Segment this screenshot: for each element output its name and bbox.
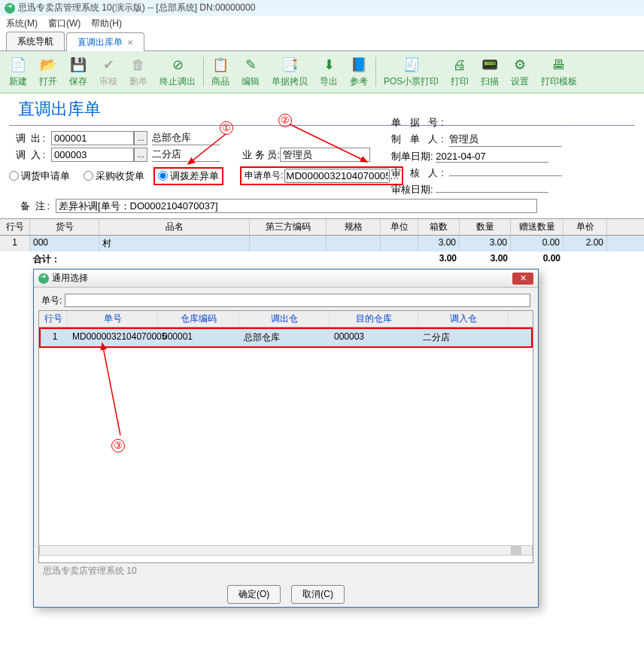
ref-icon: 📘 xyxy=(350,56,368,74)
dialog-title: 通用选择 xyxy=(52,272,88,285)
maker-value: 管理员 xyxy=(449,133,562,147)
menu-help[interactable]: 帮助(H) xyxy=(91,17,122,30)
date-label: 制单日期: xyxy=(391,151,433,162)
toolbar: 📄新建 📂打开 💾保存 ✔审核 🗑删单 ⊘终止调出 📋商品 ✎编辑 📑单据拷贝 … xyxy=(0,51,644,93)
tool-settings[interactable]: ⚙设置 xyxy=(505,54,535,90)
right-info: 单 据 号: 制 单 人: 管理员 制单日期: 2021-04-07 审 核 人… xyxy=(391,113,562,200)
radio-diff[interactable]: 调拨差异单 xyxy=(158,169,219,183)
tab-current[interactable]: 直调出库单 xyxy=(66,32,144,51)
dialog-cancel-button[interactable]: 取消(C) xyxy=(291,585,345,604)
scan-icon: 📟 xyxy=(481,56,499,74)
tool-edit[interactable]: ✎编辑 xyxy=(235,54,266,90)
tab-nav[interactable]: 系统导航 xyxy=(6,32,65,50)
export-icon: ⬇ xyxy=(320,56,338,74)
out-lookup-button[interactable]: … xyxy=(134,131,147,145)
biz-label: 业 务 员: xyxy=(242,148,280,162)
menu-system[interactable]: 系统(M) xyxy=(6,17,38,30)
window-title: 思迅专卖店管理系统 10(演示版) -- [总部系统] DN:00000000 xyxy=(18,2,255,14)
edit-icon: ✎ xyxy=(242,56,260,74)
tool-export[interactable]: ⬇导出 xyxy=(314,54,344,90)
dialog-list-header: 行号 单号 仓库编码 调出仓 目的仓库 调入仓 xyxy=(39,311,533,328)
out-name: 总部仓库 xyxy=(152,131,220,145)
dialog-search-label: 单号: xyxy=(41,294,62,307)
template-icon: 🖶 xyxy=(550,56,568,74)
in-label: 调 入: xyxy=(9,148,47,162)
doc-no-label: 单 据 号: xyxy=(391,117,447,128)
apply-input[interactable] xyxy=(284,169,390,183)
remark-input[interactable] xyxy=(56,199,537,213)
auditor-label: 审 核 人: xyxy=(391,167,447,178)
audit-date-label: 审核日期: xyxy=(391,184,433,195)
tool-print[interactable]: 🖨打印 xyxy=(445,54,475,90)
auditor-value xyxy=(449,175,562,176)
grid-row[interactable]: 1 000 村 3.00 3.00 0.00 2.00 xyxy=(0,236,644,251)
apply-field-highlight: 申请单号: … xyxy=(240,166,403,185)
tool-open[interactable]: 📂打开 xyxy=(33,54,63,90)
product-icon: 📋 xyxy=(211,56,229,74)
dialog-ok-button[interactable]: 确定(O) xyxy=(227,585,281,604)
dialog-title-bar: 通用选择 ✕ xyxy=(34,270,538,288)
window-title-bar: 思迅专卖店管理系统 10(演示版) -- [总部系统] DN:00000000 xyxy=(0,0,644,16)
apply-label: 申请单号: xyxy=(245,169,283,182)
dialog-close-button[interactable]: ✕ xyxy=(512,273,533,285)
tool-copy[interactable]: 📑单据拷贝 xyxy=(266,54,314,90)
tool-new[interactable]: 📄新建 xyxy=(3,54,33,90)
dialog-search-input[interactable] xyxy=(65,294,530,307)
dialog-row-highlight: 1 MD0000032104070005 000001 总部仓库 000003 … xyxy=(39,328,533,348)
grid-total: 合计： 3.00 3.00 0.00 xyxy=(0,251,644,267)
in-code-input[interactable] xyxy=(51,148,134,162)
dialog-icon xyxy=(38,273,49,284)
save-icon: 💾 xyxy=(69,56,87,74)
date-value: 2021-04-07 xyxy=(436,151,548,163)
print-icon: 🖨 xyxy=(451,56,469,74)
biz-input[interactable] xyxy=(280,148,370,162)
tool-ref[interactable]: 📘参考 xyxy=(344,54,374,90)
radio-purchase[interactable]: 采购收货单 xyxy=(84,169,144,183)
maker-label: 制 单 人: xyxy=(391,133,447,145)
trash-icon: 🗑 xyxy=(129,56,147,74)
menu-bar: 系统(M) 窗口(W) 帮助(H) xyxy=(0,16,644,32)
in-lookup-button[interactable]: … xyxy=(134,148,147,162)
app-icon xyxy=(5,3,15,14)
plus-icon: 📄 xyxy=(9,56,27,74)
grid-header: 行号 货号 品名 第三方编码 规格 单位 箱数 数量 赠送数量 单价 xyxy=(0,218,644,236)
gear-icon: ⚙ xyxy=(511,56,529,74)
dialog-status: 思迅专卖店管理系统 10 xyxy=(38,563,533,579)
tool-scan[interactable]: 📟扫描 xyxy=(475,54,505,90)
audit-date-value xyxy=(436,192,548,193)
tool-template[interactable]: 🖶打印模板 xyxy=(535,54,583,90)
tool-delete[interactable]: 🗑删单 xyxy=(123,54,153,90)
tab-bar: 系统导航 直调出库单 xyxy=(0,32,644,51)
radio-request[interactable]: 调货申请单 xyxy=(9,169,70,183)
out-label: 调 出: xyxy=(9,132,47,145)
tool-audit[interactable]: ✔审核 xyxy=(93,54,123,90)
dialog-row[interactable]: 1 MD0000032104070005 000001 总部仓库 000003 … xyxy=(41,329,531,346)
remark-label: 备 注: xyxy=(9,200,51,213)
copy-icon: 📑 xyxy=(281,56,299,74)
out-code-input[interactable] xyxy=(51,131,134,145)
radio-diff-highlight: 调拨差异单 xyxy=(153,167,223,185)
stop-icon: ⊘ xyxy=(169,56,187,74)
tool-pos[interactable]: 🧾POS小票打印 xyxy=(378,54,445,90)
tool-product[interactable]: 📋商品 xyxy=(205,54,235,90)
tool-stop[interactable]: ⊘终止调出 xyxy=(153,54,202,90)
in-name: 二分店 xyxy=(152,148,220,162)
doc-no-value xyxy=(449,125,562,126)
dialog-list: 行号 单号 仓库编码 调出仓 目的仓库 调入仓 1 MD000003210407… xyxy=(38,310,533,563)
receipt-icon: 🧾 xyxy=(402,56,421,74)
lookup-dialog: 通用选择 ✕ 单号: 行号 单号 仓库编码 调出仓 目的仓库 调入仓 1 MD0… xyxy=(33,269,539,608)
tool-save[interactable]: 💾保存 xyxy=(63,54,93,90)
open-icon: 📂 xyxy=(39,56,57,74)
check-icon: ✔ xyxy=(99,56,117,74)
dialog-scrollbar[interactable] xyxy=(39,545,533,556)
menu-window[interactable]: 窗口(W) xyxy=(48,17,80,30)
